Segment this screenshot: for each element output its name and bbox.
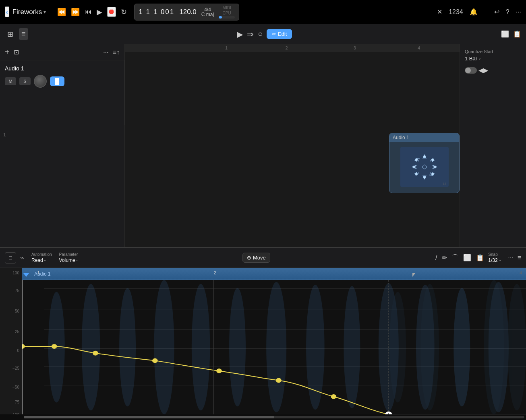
parameter-section: Parameter Volume ◦ <box>59 252 79 263</box>
snap-section: Snap 1/32 ◦ <box>488 252 501 263</box>
back-button[interactable]: ‹ <box>5 6 9 17</box>
bottom-toolbar: □ ⌁ Automation Read ◦ Parameter Volume ◦… <box>0 248 526 268</box>
y-label-100: 100 <box>12 271 19 275</box>
svg-text:⊔: ⊔ <box>443 181 446 186</box>
cycle-button[interactable]: ↻ <box>121 8 127 16</box>
quantize-panel: Quantize Start 1 Bar ◦ ◀▶ <box>460 44 526 247</box>
undo-button[interactable]: ↩ <box>494 8 499 16</box>
y-label-0: 0 <box>17 348 19 353</box>
move-tool-button[interactable]: ⊕ Move <box>242 253 270 263</box>
tracks-panel: + ⊡ ··· ≡↑ Audio 1 M S ▐▌ 1 <box>0 44 125 247</box>
automation-label: Automation <box>31 252 52 257</box>
end-marker[interactable] <box>411 268 417 280</box>
skip-back-button[interactable]: ⏮ <box>85 8 92 16</box>
waveform-view-button[interactable]: ▐▌ <box>50 76 64 86</box>
region-popup[interactable]: Audio 1 <box>389 133 460 193</box>
edit-mode-button[interactable]: ✏ Edit <box>267 29 292 39</box>
curve-tool-button[interactable]: ⌒ <box>452 253 458 262</box>
svg-point-47 <box>93 351 98 356</box>
position-display[interactable]: 1 1 1 001 120.0 4/4 C maj MIDI CPU <box>134 4 239 21</box>
playhead-marker[interactable] <box>22 268 30 280</box>
quantize-toggle[interactable] <box>465 67 477 74</box>
close-icon[interactable]: ✕ <box>437 8 442 16</box>
svg-point-50 <box>276 378 282 383</box>
midi-label: MIDI <box>223 6 231 10</box>
copy-paste-buttons: ⬜ 📋 <box>501 30 521 38</box>
track-options-button[interactable]: ··· <box>103 49 108 56</box>
cpu-meter <box>219 16 235 19</box>
svg-point-48 <box>152 358 158 363</box>
bar-marker-4: 4 <box>418 45 420 50</box>
fast-forward-button[interactable]: ⏩ <box>71 8 80 16</box>
track-info-row: Audio 1 M S ▐▌ <box>0 60 124 125</box>
bottom-view-toggle[interactable]: □ <box>5 252 16 264</box>
bottom-section: □ ⌁ Automation Read ◦ Parameter Volume ◦… <box>0 247 526 420</box>
paste-btn-bottom[interactable]: 📋 <box>476 254 484 261</box>
automation-value[interactable]: Read ◦ <box>31 257 52 263</box>
add-track-button[interactable]: + <box>5 47 10 57</box>
grid-view-button[interactable]: ⊞ <box>5 28 16 40</box>
copy-region-button[interactable]: ⬜ <box>501 30 509 38</box>
svg-point-49 <box>216 369 222 373</box>
solo-button[interactable]: S <box>19 77 31 85</box>
volume-knob[interactable] <box>34 75 47 88</box>
mixer-icon-button[interactable]: ≡ <box>518 254 521 261</box>
middle-section: + ⊡ ··· ≡↑ Audio 1 M S ▐▌ 1 <box>0 44 526 247</box>
svg-point-51 <box>331 394 337 399</box>
automation-curve <box>22 280 526 414</box>
duplicate-track-button[interactable]: ⊡ <box>14 48 19 56</box>
track-list-view-button[interactable]: ≡↑ <box>113 49 120 56</box>
scrollbar-handle[interactable] <box>24 416 274 418</box>
y-label-neg25: −25 <box>12 366 19 371</box>
time-sig-numerator: 4/4 <box>204 7 211 12</box>
transport-controls: ⏪ ⏩ ⏮ ▶ ⏺ ↻ <box>57 7 127 17</box>
play-cycle-button[interactable]: ⇒ <box>247 29 254 39</box>
play-from-start-button[interactable]: ▶ <box>237 29 243 39</box>
more-options-button[interactable]: ··· <box>516 8 521 16</box>
automation-canvas[interactable]: Audio 1 1 2 4 <box>22 268 526 414</box>
parameter-value[interactable]: Volume ◦ <box>59 257 79 263</box>
track-name: Audio 1 <box>5 65 119 72</box>
mute-button[interactable]: M <box>5 77 16 85</box>
snap-value[interactable]: 1/32 ◦ <box>488 257 501 263</box>
record-button[interactable]: ⏺ <box>107 7 116 17</box>
midi-cpu-indicators: MIDI CPU <box>219 6 235 19</box>
list-view-button[interactable]: ≡ <box>19 28 28 40</box>
ruler-mark-4: 4 <box>520 270 522 275</box>
paste-button[interactable]: 📋 <box>513 30 521 38</box>
y-label-75: 75 <box>15 288 19 293</box>
help-button[interactable]: ? <box>506 8 509 16</box>
app-layout: ‹ Fireworks ▾ ⏪ ⏩ ⏮ ▶ ⏺ ↻ 1 1 1 001 120.… <box>0 0 526 420</box>
quantize-arrow-button[interactable]: ◀▶ <box>478 66 488 74</box>
pen-tool-button[interactable]: / <box>435 254 437 261</box>
track-controls: M S ▐▌ <box>5 75 119 88</box>
track-number-label: 1 <box>3 132 6 138</box>
rewind-button[interactable]: ⏪ <box>57 8 66 16</box>
svg-point-46 <box>52 344 57 349</box>
record-loop-button[interactable]: ○ <box>258 29 263 39</box>
bottom-tool-button[interactable]: ⌁ <box>20 254 24 261</box>
header-right-controls: ✕ 1234 🔔 ↩ ? ··· <box>437 7 521 17</box>
region-copy-button[interactable]: ⬜ <box>463 254 471 261</box>
bar-marker-3: 3 <box>354 45 356 50</box>
metronome-button[interactable]: 🔔 <box>470 8 478 16</box>
automation-section: Automation Read ◦ <box>31 252 52 263</box>
play-button[interactable]: ▶ <box>97 8 102 16</box>
project-name[interactable]: Fireworks ▾ <box>12 8 46 16</box>
secondary-toolbar: ⊞ ≡ ▶ ⇒ ○ ✏ Edit ⬜ 📋 <box>0 24 526 44</box>
ruler-mark-2: 2 <box>213 270 216 275</box>
y-label-neg100: −100 <box>10 413 19 414</box>
quantize-value[interactable]: 1 Bar ◦ <box>465 56 521 62</box>
scrollbar-bottom[interactable] <box>0 414 526 420</box>
automation-track-header: Audio 1 1 2 4 <box>22 268 526 280</box>
time-signature: 4/4 C maj <box>201 7 214 17</box>
pencil-tool-button[interactable]: ✏ <box>442 254 447 261</box>
cpu-label: CPU <box>223 11 231 15</box>
y-label-neg50: −50 <box>12 385 19 389</box>
header-bar: ‹ Fireworks ▾ ⏪ ⏩ ⏮ ▶ ⏺ ↻ 1 1 1 001 120.… <box>0 0 526 24</box>
y-label-neg75: −75 <box>12 400 19 404</box>
count-in-button[interactable]: 1234 <box>449 8 463 16</box>
more-options-bottom[interactable]: ··· <box>508 254 513 261</box>
project-chevron-icon: ▾ <box>43 9 46 15</box>
scrollbar-track[interactable] <box>24 416 524 418</box>
